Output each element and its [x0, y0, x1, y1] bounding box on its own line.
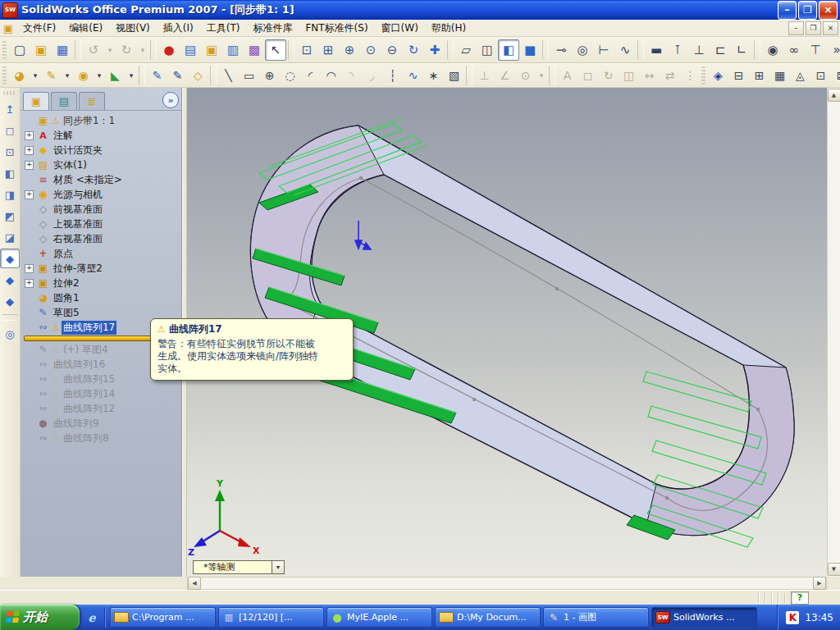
toolbox-dropdown-icon[interactable]: ▾ [94, 65, 105, 85]
new-document-icon[interactable]: ▢ [9, 39, 30, 61]
restore-button[interactable]: ❐ [798, 1, 817, 20]
start-button[interactable]: 开始 [0, 605, 80, 630]
ordinate-icon[interactable]: ⋮ [680, 65, 701, 85]
zoom-to-selection-icon[interactable]: ⊙ [360, 39, 381, 61]
dimetric-view-icon[interactable]: ◆ [0, 291, 20, 311]
menu-item[interactable]: 标准件库 [246, 20, 299, 37]
pin-icon[interactable]: ⊺ [667, 39, 688, 61]
zoom-to-area-icon[interactable]: ⊞ [317, 39, 339, 61]
weldment-dropdown-icon[interactable]: ▾ [126, 65, 137, 85]
antivirus-tray-icon[interactable]: K [786, 611, 799, 624]
mirror-entities-icon[interactable]: ◫ [619, 65, 639, 85]
mdi-close-button[interactable]: × [823, 21, 838, 35]
mount-icon[interactable]: ⊤ [805, 39, 826, 61]
right-view-icon[interactable]: ◨ [0, 185, 20, 204]
scroll-up-icon[interactable]: ▲ [828, 89, 840, 102]
view-orientation-selector[interactable]: *等轴测 ▾ [193, 560, 285, 574]
quick-tips-help-icon[interactable]: ? [791, 591, 809, 605]
sketch-3d-icon[interactable]: ✎ [167, 65, 188, 85]
tree-item[interactable]: + ▣ 拉伸-薄壁2 [21, 261, 181, 276]
expand-toggle[interactable]: + [25, 279, 34, 288]
menu-item[interactable]: FNT标准件(S) [299, 20, 374, 37]
undo-dropdown-icon[interactable]: ▾ [104, 39, 116, 61]
close-button[interactable]: × [819, 1, 838, 20]
isometric-view-icon[interactable]: ◆ [0, 249, 20, 268]
file-properties-icon[interactable]: ▤ [180, 39, 201, 61]
pattern-entities-icon[interactable]: ⇄ [660, 65, 680, 85]
pierce-constraint-icon[interactable]: ⊥ [474, 65, 495, 85]
view-orientation-icon[interactable]: ◎ [0, 324, 20, 344]
bolt-icon[interactable]: ⊸ [550, 39, 572, 61]
sketch-icon[interactable]: ✎ [147, 65, 167, 85]
zoom-out-icon[interactable]: ⊖ [381, 39, 403, 61]
rotate-entities-icon[interactable]: ↻ [598, 65, 619, 85]
tree-item[interactable]: + ▤ 实体(1) [21, 158, 181, 172]
trimetric-view-icon[interactable]: ◆ [0, 270, 20, 290]
tree-item[interactable]: ◇ 右视基准面 [21, 231, 181, 246]
tree-item[interactable]: + A 注解 [21, 128, 181, 143]
bearing-icon[interactable]: ◉ [762, 39, 783, 61]
tree-item[interactable]: + 原点 [21, 246, 181, 261]
chevron-down-icon[interactable]: ▾ [272, 561, 284, 573]
toolbar-overflow-icon[interactable]: » [826, 39, 840, 61]
sketch-flyout-icon[interactable]: ✎ [41, 65, 62, 85]
task-paint[interactable]: ✎ 1 - 画图 [543, 607, 649, 628]
weldment-flyout-icon[interactable]: ◣ [105, 65, 126, 85]
reference-dropdown-icon[interactable]: ▾ [536, 65, 547, 85]
task-explorer-d[interactable]: D:\My Docum... [435, 607, 541, 628]
centerline-icon[interactable]: ┆ [382, 65, 403, 85]
color-palette-icon[interactable]: ▩ [244, 39, 265, 61]
wireframe-icon[interactable]: ▱ [455, 39, 477, 61]
tree-item[interactable]: ▣ ⚠ 同步带1：1 [21, 113, 181, 128]
zoom-to-fit-icon[interactable]: ⊡ [296, 39, 317, 61]
toolbox-flyout-icon[interactable]: ◉ [73, 65, 94, 85]
menu-item[interactable]: 视图(V) [109, 20, 157, 37]
menu-item[interactable]: 文件(F) [16, 20, 62, 37]
tree-item[interactable]: ● 曲线阵列9 [21, 416, 181, 431]
tree-item[interactable]: ∾ ⚠ 曲线阵列14 [21, 386, 181, 401]
redo-icon[interactable]: ↻ [116, 39, 137, 61]
modify-sketch-icon[interactable]: ◇ [188, 65, 208, 85]
smart-dimension-icon[interactable]: ◈ [708, 65, 728, 85]
menu-item[interactable]: 编辑(E) [62, 20, 109, 37]
tree-item[interactable]: ◕ 圆角1 [21, 290, 181, 305]
rectangle-icon[interactable]: ▭ [239, 65, 259, 85]
hatch-icon[interactable]: ▧ [444, 65, 464, 85]
bottom-view-icon[interactable]: ◪ [0, 227, 20, 247]
expand-toggle[interactable]: + [25, 264, 34, 273]
pan-icon[interactable]: ✚ [424, 39, 445, 61]
zoom-in-out-icon[interactable]: ⊕ [339, 39, 360, 61]
menu-item[interactable]: 工具(T) [200, 20, 247, 37]
support-pin-icon[interactable]: ⊥ [688, 39, 710, 61]
balloon-icon[interactable]: ⊡ [810, 65, 831, 85]
grid-system-icon[interactable]: ▦ [769, 65, 790, 85]
left-view-icon[interactable]: ◧ [0, 163, 20, 183]
top-view-icon[interactable]: ◩ [0, 206, 20, 226]
tree-item[interactable]: ∾ ⚠ 曲线阵列12 [21, 401, 181, 416]
tree-item[interactable]: + ▣ 拉伸2 [21, 276, 181, 290]
menu-item[interactable]: 帮助(H) [425, 20, 472, 37]
vertical-scrollbar[interactable]: ▲ ▼ [827, 88, 840, 577]
angle-profile-icon[interactable]: ∟ [731, 39, 752, 61]
menu-item[interactable]: 窗口(W) [375, 20, 425, 37]
slot-icon[interactable]: ▬ [646, 39, 667, 61]
coordinate-system-icon[interactable]: ∠ [495, 65, 515, 85]
move-entities-icon[interactable]: ↔ [639, 65, 660, 85]
screw-icon[interactable]: ⊢ [593, 39, 614, 61]
link-icon[interactable]: ∞ [783, 39, 805, 61]
point-icon[interactable]: ∗ [423, 65, 444, 85]
featuremanager-tab-icon[interactable]: ▣ [23, 92, 49, 110]
scroll-down-icon[interactable]: ▼ [828, 563, 840, 576]
design-library-icon[interactable]: ▣ [201, 39, 222, 61]
datum-icon[interactable]: ⊠ [831, 65, 840, 85]
circle-icon[interactable]: ⊕ [259, 65, 280, 85]
task-explorer-c[interactable]: C:\Program ... [110, 607, 216, 628]
features-flyout-icon[interactable]: ◕ [9, 65, 30, 85]
tree-item[interactable]: ∾ ⚠ 曲线阵列8 [21, 431, 181, 445]
scroll-left-icon[interactable]: ◀ [188, 577, 201, 590]
tree-item[interactable]: ◇ 上视基准面 [21, 217, 181, 231]
weld-bead-icon[interactable]: ⊟ [728, 65, 749, 85]
tree-item[interactable]: + ◆ 设计活页夹 [21, 143, 181, 158]
task-image-viewer[interactable]: ▥ [12/120] [... [218, 607, 324, 628]
expand-toggle[interactable]: + [25, 146, 34, 155]
